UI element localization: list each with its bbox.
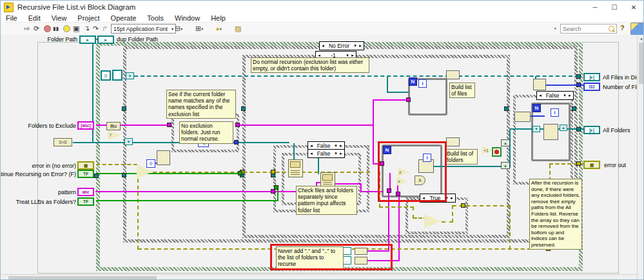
wire <box>96 164 137 165</box>
array-size-icon[interactable] <box>533 79 546 90</box>
shift-register[interactable]: ▲ <box>501 139 510 146</box>
menu-edit[interactable]: Edit <box>28 14 41 22</box>
menu-window[interactable]: Window <box>175 14 200 22</box>
treat-llbs-terminal[interactable]: TF <box>77 197 94 206</box>
next-case-icon[interactable]: ► <box>358 44 362 48</box>
prev-case-icon[interactable]: ◄ <box>321 44 325 48</box>
comment[interactable]: Do normal recursion (exclusion list was … <box>251 57 369 73</box>
strip-path-icon[interactable]: ▼ <box>124 138 133 145</box>
comment[interactable]: Build list of files <box>449 83 475 98</box>
case-selector-no-error[interactable]: ◄No Error▼► <box>319 41 364 50</box>
dup-folder-path-terminal[interactable]: ▸ <box>97 35 114 44</box>
path-node-icon[interactable] <box>112 70 122 81</box>
scrollbar-thumb[interactable] <box>8 276 157 280</box>
resize-objects-button[interactable]: ◕▾ <box>215 23 222 34</box>
menu-file[interactable]: File <box>6 14 17 22</box>
reverse-array-icon[interactable] <box>514 112 531 122</box>
case-dropdown-icon[interactable]: ▼ <box>353 44 357 48</box>
run-continuous-button[interactable]: ⟳ <box>34 23 39 34</box>
pattern-terminal[interactable]: abc <box>77 188 94 196</box>
pause-button[interactable]: ▮▮ <box>53 23 59 34</box>
run-button[interactable]: ⇨ <box>24 23 30 34</box>
minimize-button[interactable]: ─ <box>585 1 605 14</box>
comment[interactable]: Build list of folders <box>445 149 478 165</box>
context-help-icon[interactable] <box>630 23 644 35</box>
case-structure-error-merge[interactable] <box>405 197 468 234</box>
case-dropdown-icon[interactable]: ▼ <box>334 152 338 155</box>
distribute-objects-button[interactable]: ⊞▾ <box>195 23 203 34</box>
number-of-files-terminal[interactable]: I32 <box>583 83 600 91</box>
case-dropdown-icon[interactable]: ▼ <box>563 94 567 97</box>
build-path-icon[interactable]: ▼ <box>126 72 134 79</box>
all-folders-terminal[interactable]: [▸] <box>583 126 600 134</box>
search-input[interactable] <box>561 26 607 32</box>
next-case-icon[interactable]: ► <box>450 196 454 200</box>
folders-to-exclude-terminal[interactable]: [abc] <box>77 121 94 130</box>
horizontal-scrollbar[interactable] <box>1 274 637 280</box>
align-objects-button[interactable]: ⊟▾ <box>175 23 182 34</box>
case-dropdown-icon[interactable]: ▼ <box>334 144 338 148</box>
step-out-button[interactable]: ↱ <box>102 23 108 34</box>
shift-register[interactable]: ▲ <box>501 162 510 169</box>
empty-path-compare-icon[interactable]: 0=0 <box>54 138 72 146</box>
build-array-icon[interactable] <box>446 70 460 79</box>
cleanup-diagram-button[interactable]: ▨ <box>235 23 241 34</box>
block-diagram-canvas[interactable]: ◄No Error▼► ◄-1▼► ◄True▼► ◄False▼► ◄Fals… <box>1 35 644 280</box>
help-button[interactable]: ? <box>620 24 625 32</box>
abort-button[interactable] <box>44 23 51 34</box>
step-into-button[interactable]: ↴ <box>84 23 90 34</box>
next-case-icon[interactable]: ► <box>339 144 343 148</box>
comment[interactable]: Check files and folders separately since… <box>296 186 357 215</box>
loop-count-terminal[interactable]: N <box>532 104 541 112</box>
numeric-constant[interactable]: 0 <box>146 159 155 168</box>
path-index-constant[interactable]: 0 <box>101 70 111 81</box>
tunnel <box>406 97 411 102</box>
next-case-icon[interactable]: ► <box>339 152 343 155</box>
comment[interactable]: No exclusion folders. Just run normal re… <box>179 121 233 144</box>
highlight-execution-button[interactable] <box>63 23 70 34</box>
font-selector[interactable]: 15pt Application Font ▾ <box>111 24 176 34</box>
list-folder-icon[interactable] <box>288 159 303 177</box>
comment[interactable]: See if the current folder name matches a… <box>166 90 236 119</box>
prev-case-icon[interactable]: ◄ <box>538 94 542 97</box>
scroll-up-icon[interactable]: ▲ <box>638 35 644 42</box>
wire <box>373 99 374 165</box>
menu-view[interactable]: View <box>52 14 67 22</box>
error-out-terminal[interactable]: ▦ <box>583 161 600 169</box>
search-array-icon[interactable]: ▤a <box>106 122 121 130</box>
index-array-icon[interactable] <box>157 150 170 165</box>
step-over-button[interactable]: ↷ <box>93 23 99 34</box>
prev-case-icon[interactable]: ◄ <box>309 152 313 155</box>
error-in-terminal[interactable]: ▦ <box>77 161 94 170</box>
maximize-button[interactable]: ☐ <box>605 1 624 14</box>
wire <box>379 206 414 208</box>
vi-icon <box>4 3 14 12</box>
search-box[interactable] <box>560 24 617 34</box>
loop-iteration-terminal[interactable]: i <box>551 108 559 117</box>
menu-bar: File Edit View Project Operate Tools Win… <box>1 14 643 23</box>
toolbar-collapse-arrow[interactable]: ◂ <box>554 23 556 34</box>
vertical-scrollbar[interactable]: ▲ <box>637 35 644 280</box>
all-files-terminal[interactable]: [▸] <box>583 73 600 81</box>
loop-count-terminal[interactable]: N <box>409 77 417 86</box>
next-case-icon[interactable]: ► <box>568 94 572 97</box>
loop-iteration-terminal[interactable]: i <box>418 79 427 88</box>
menu-project[interactable]: Project <box>77 14 99 22</box>
scrollbar-thumb[interactable] <box>639 43 644 84</box>
retain-wire-values-button[interactable]: ▣ <box>73 23 79 34</box>
case-selector-false-right[interactable]: ◄False▼► <box>536 91 574 100</box>
build-array-icon[interactable] <box>446 137 460 146</box>
prev-case-icon[interactable]: ◄ <box>309 144 313 148</box>
menu-help[interactable]: Help <box>211 14 226 22</box>
tunnel <box>576 83 581 87</box>
continue-recursing-terminal[interactable]: TF <box>77 170 94 178</box>
menu-operate[interactable]: Operate <box>111 14 137 22</box>
folder-path-terminal[interactable]: ▸ <box>79 35 96 44</box>
loop-condition-terminal[interactable] <box>492 147 502 157</box>
menu-tools[interactable]: Tools <box>147 14 164 22</box>
case-selector-false-inner[interactable]: ◄False▼► <box>307 149 345 158</box>
close-button[interactable]: ✕ <box>624 1 643 14</box>
comment[interactable]: After the recursion is done, if there we… <box>529 179 582 250</box>
delete-from-array-icon[interactable] <box>543 124 558 140</box>
terminal-label: pattern <box>58 189 76 195</box>
